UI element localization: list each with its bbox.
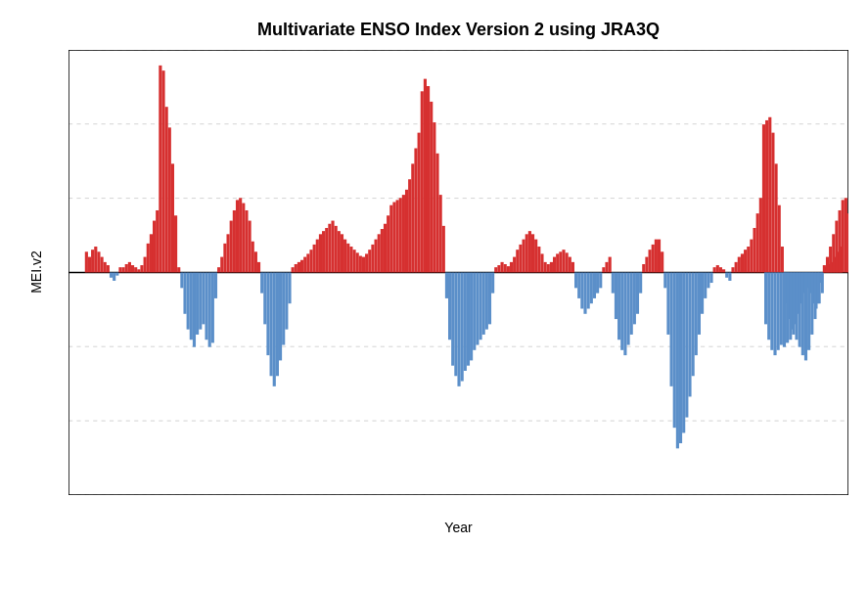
svg-rect-205	[682, 272, 685, 432]
svg-rect-74	[279, 272, 282, 360]
svg-rect-132	[457, 272, 460, 386]
svg-rect-109	[387, 215, 389, 272]
svg-rect-163	[553, 257, 556, 273]
svg-rect-37	[165, 107, 168, 272]
svg-rect-226	[747, 247, 750, 272]
svg-rect-115	[405, 190, 408, 273]
svg-rect-120	[421, 91, 424, 272]
svg-rect-284	[842, 200, 845, 272]
svg-rect-102	[365, 253, 368, 272]
svg-rect-201	[670, 272, 673, 386]
svg-rect-237	[781, 247, 784, 272]
svg-rect-208	[692, 272, 695, 376]
chart-title: Multivariate ENSO Index Version 2 using …	[257, 20, 660, 40]
svg-rect-34	[156, 210, 159, 272]
svg-rect-146	[500, 262, 503, 273]
svg-rect-174	[587, 272, 590, 308]
svg-rect-150	[513, 257, 516, 273]
svg-rect-199	[663, 272, 666, 288]
svg-rect-101	[362, 257, 365, 273]
svg-rect-81	[300, 260, 303, 273]
svg-rect-35	[159, 66, 161, 273]
svg-rect-144	[494, 267, 497, 272]
svg-rect-193	[645, 257, 648, 273]
svg-rect-95	[343, 240, 346, 273]
svg-rect-38	[168, 127, 171, 272]
svg-rect-164	[556, 253, 559, 272]
svg-rect-188	[630, 272, 633, 334]
svg-rect-152	[519, 245, 522, 273]
svg-rect-126	[439, 195, 442, 272]
svg-rect-214	[709, 272, 712, 283]
svg-rect-221	[731, 267, 734, 272]
svg-rect-49	[202, 272, 205, 324]
svg-rect-15	[97, 251, 100, 272]
svg-rect-23	[122, 267, 125, 272]
chart-area: MEI.v2	[69, 50, 848, 495]
svg-rect-50	[205, 272, 207, 340]
svg-rect-12	[88, 257, 91, 273]
svg-rect-270	[799, 272, 801, 346]
svg-rect-210	[698, 272, 701, 334]
svg-rect-86	[316, 240, 319, 273]
svg-rect-66	[254, 251, 257, 272]
svg-rect-13	[91, 250, 94, 272]
svg-rect-217	[719, 267, 722, 272]
svg-rect-72	[273, 272, 276, 386]
svg-rect-138	[476, 272, 479, 344]
svg-rect-191	[639, 272, 642, 293]
svg-rect-134	[464, 272, 467, 371]
svg-rect-192	[642, 264, 645, 272]
svg-rect-93	[338, 231, 341, 272]
svg-rect-124	[433, 122, 435, 272]
svg-rect-79	[295, 264, 297, 272]
svg-rect-182	[612, 272, 615, 293]
svg-rect-63	[245, 210, 248, 272]
svg-rect-171	[577, 272, 580, 297]
svg-rect-273	[807, 272, 810, 349]
svg-rect-61	[239, 198, 242, 272]
svg-rect-137	[473, 272, 476, 349]
svg-rect-96	[346, 244, 349, 273]
svg-rect-113	[399, 198, 402, 272]
svg-rect-29	[140, 265, 143, 272]
svg-rect-22	[118, 267, 121, 272]
svg-rect-69	[263, 272, 266, 324]
svg-rect-156	[531, 234, 534, 272]
svg-rect-233	[768, 117, 771, 273]
svg-rect-100	[359, 256, 362, 273]
svg-rect-55	[220, 257, 223, 273]
svg-rect-46	[193, 272, 196, 346]
svg-rect-28	[137, 269, 140, 272]
svg-rect-26	[131, 265, 134, 272]
svg-rect-234	[771, 133, 774, 273]
svg-rect-62	[242, 204, 245, 273]
svg-rect-131	[454, 272, 457, 376]
chart-container: Multivariate ENSO Index Version 2 using …	[0, 0, 868, 590]
svg-rect-286	[847, 213, 848, 272]
svg-rect-78	[292, 267, 295, 272]
svg-rect-169	[571, 262, 574, 273]
svg-rect-159	[540, 253, 543, 272]
svg-rect-85	[313, 245, 316, 273]
svg-rect-82	[303, 257, 306, 273]
svg-rect-160	[544, 262, 547, 273]
svg-rect-64	[249, 221, 251, 273]
svg-rect-228	[753, 228, 755, 272]
svg-rect-77	[288, 272, 291, 303]
svg-rect-142	[488, 272, 491, 324]
svg-rect-175	[590, 272, 593, 303]
svg-rect-236	[778, 205, 781, 273]
svg-rect-36	[161, 70, 164, 272]
svg-rect-194	[649, 250, 652, 272]
svg-rect-27	[134, 267, 137, 272]
svg-rect-189	[633, 272, 636, 324]
svg-rect-48	[199, 272, 202, 329]
svg-rect-154	[525, 234, 528, 272]
svg-rect-54	[217, 267, 220, 272]
svg-rect-172	[580, 272, 583, 308]
svg-rect-229	[756, 213, 759, 272]
svg-rect-18	[107, 265, 110, 272]
svg-rect-47	[196, 272, 199, 334]
svg-rect-56	[223, 244, 226, 273]
